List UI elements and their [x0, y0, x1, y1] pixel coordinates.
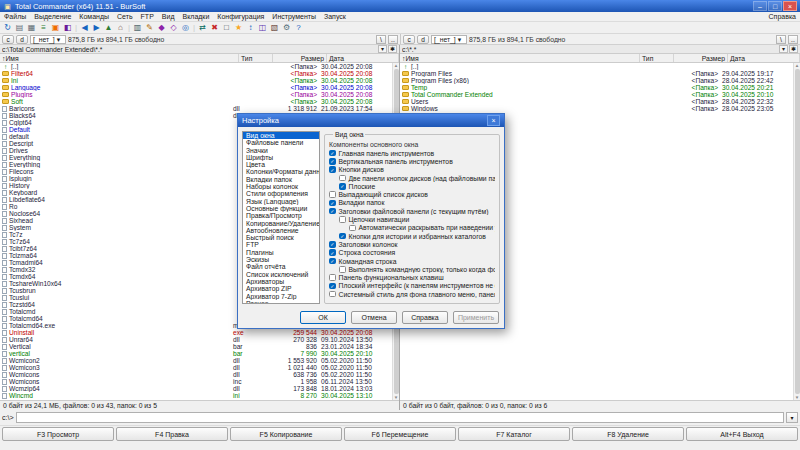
- checkbox[interactable]: [329, 291, 336, 298]
- drive-button-d[interactable]: d: [16, 35, 28, 44]
- file-row[interactable]: Wcmzip64dll173 84818.01.2024 13:03: [0, 385, 399, 392]
- root-dir-button[interactable]: \: [376, 35, 386, 44]
- file-row[interactable]: Windows<Папка>28.04.2025 23:05: [400, 105, 800, 112]
- root-dir-button[interactable]: \: [776, 35, 786, 44]
- menu-item[interactable]: Сеть: [113, 12, 137, 21]
- settings-category[interactable]: Быстрый поиск: [243, 234, 319, 241]
- menu-help[interactable]: Справка: [765, 12, 800, 21]
- quick-view-icon[interactable]: ◧: [62, 22, 73, 33]
- unpack-icon[interactable]: ◇: [168, 22, 179, 33]
- apply-button[interactable]: Применить: [453, 311, 499, 324]
- settings-category[interactable]: Язык (Language): [243, 198, 319, 205]
- column-header[interactable]: Тип: [640, 54, 674, 62]
- checkbox-row[interactable]: Выпадающий список дисков: [329, 190, 495, 198]
- maximize-button[interactable]: □: [768, 1, 782, 11]
- settings-category[interactable]: Правка/Просмотр: [243, 212, 319, 219]
- file-row[interactable]: Temp<Папка>30.04.2025 20:21: [400, 84, 800, 91]
- menu-item[interactable]: Команды: [75, 12, 113, 21]
- settings-category[interactable]: Список исключений: [243, 271, 319, 278]
- settings-category[interactable]: Вкладки папок: [243, 176, 319, 183]
- function-key-3[interactable]: F5 Копирование: [230, 427, 342, 441]
- settings-category[interactable]: Архиватор ZIP: [243, 285, 319, 292]
- scroll-up-icon[interactable]: ▲: [795, 63, 799, 68]
- command-input[interactable]: [16, 412, 784, 423]
- settings-category[interactable]: Эскизы: [243, 256, 319, 263]
- history-button[interactable]: ▾: [779, 45, 788, 53]
- sync-dirs-icon[interactable]: ↕: [245, 22, 256, 33]
- settings-category[interactable]: Цвета: [243, 161, 319, 168]
- function-key-7[interactable]: Alt+F4 Выход: [686, 427, 798, 441]
- checkbox-row[interactable]: ✓Заголовки колонок: [329, 240, 495, 248]
- settings-category[interactable]: Копирование/Удаление: [243, 220, 319, 227]
- checkbox[interactable]: [339, 175, 346, 182]
- function-key-4[interactable]: F6 Перемещение: [344, 427, 456, 441]
- file-row[interactable]: Wcmiconsinc1 95806.11.2024 13:50: [0, 378, 399, 385]
- function-key-1[interactable]: F3 Просмотр: [2, 427, 114, 441]
- checkbox[interactable]: ✓: [329, 150, 336, 157]
- checkbox[interactable]: ✓: [329, 166, 336, 173]
- settings-category[interactable]: Разное: [243, 300, 319, 304]
- up-dir-icon[interactable]: ▲: [103, 22, 114, 33]
- close-button[interactable]: ×: [783, 1, 797, 11]
- dialog-title-bar[interactable]: Настройка ×: [238, 114, 504, 127]
- scroll-thumb[interactable]: [795, 69, 800, 394]
- favorites-icon[interactable]: ★: [233, 22, 244, 33]
- settings-category[interactable]: Автообновление: [243, 227, 319, 234]
- file-row[interactable]: ↑[..]<Папка>30.04.2025 20:08: [0, 63, 399, 70]
- favorites-button[interactable]: ✱: [388, 45, 397, 53]
- checkbox[interactable]: ✓: [329, 241, 336, 248]
- checkbox-row[interactable]: Выполнять командную строку, только когда…: [329, 265, 495, 273]
- settings-category[interactable]: Архиваторы: [243, 278, 319, 285]
- file-row[interactable]: Wincmdini8 27030.04.2025 13:10: [0, 392, 399, 399]
- cancel-button[interactable]: Отмена: [351, 311, 397, 324]
- settings-category[interactable]: Стили оформления: [243, 190, 319, 197]
- settings-category[interactable]: Архиватор 7-Zip: [243, 293, 319, 300]
- refresh-icon[interactable]: ↻: [2, 22, 13, 33]
- terminal-icon[interactable]: □: [221, 22, 232, 33]
- scroll-up-icon[interactable]: ▲: [394, 63, 398, 68]
- file-row[interactable]: Soft<Папка>30.04.2025 20:08: [0, 98, 399, 105]
- ftp-disconnect-icon[interactable]: ✖: [209, 22, 220, 33]
- checkbox[interactable]: ✓: [329, 283, 336, 290]
- minimize-button[interactable]: –: [753, 1, 767, 11]
- checkbox-row[interactable]: ✓Кнопки для истории и избранных каталого…: [329, 232, 495, 240]
- checkbox[interactable]: [329, 191, 336, 198]
- checkbox-row[interactable]: ✓Кнопки дисков: [329, 166, 495, 174]
- file-row[interactable]: Program Files<Папка>29.04.2025 19:17: [400, 70, 800, 77]
- multi-rename-icon[interactable]: ▧: [269, 22, 280, 33]
- settings-category[interactable]: Наборы колонок: [243, 183, 319, 190]
- forward-icon[interactable]: ▶: [91, 22, 102, 33]
- drive-button-c[interactable]: c: [2, 35, 14, 44]
- checkbox[interactable]: [349, 225, 356, 232]
- compare-icon[interactable]: ◫: [257, 22, 268, 33]
- scrollbar-right[interactable]: ▲▼: [793, 63, 800, 400]
- checkbox[interactable]: ✓: [329, 200, 336, 207]
- column-header[interactable]: Тип: [239, 54, 273, 62]
- help-button[interactable]: Справка: [402, 311, 448, 324]
- full-view-icon[interactable]: ▦: [26, 22, 37, 33]
- checkbox[interactable]: ✓: [329, 158, 336, 165]
- file-row[interactable]: Bariconsdll1 318 91221.09.2023 17:54: [0, 105, 399, 112]
- checkbox-row[interactable]: ✓Плоские: [329, 182, 495, 190]
- drive-button-d[interactable]: d: [417, 35, 429, 44]
- drive-button-c[interactable]: c: [403, 35, 415, 44]
- checkbox[interactable]: ✓: [329, 258, 336, 265]
- checkbox[interactable]: ✓: [329, 249, 336, 256]
- settings-category[interactable]: Основные функции: [243, 205, 319, 212]
- settings-icon[interactable]: ⚙: [281, 22, 292, 33]
- settings-category[interactable]: Файловые панели: [243, 139, 319, 146]
- menu-item[interactable]: Запуск: [320, 12, 350, 21]
- checkbox-row[interactable]: Автоматически раскрывать при наведении у…: [329, 224, 495, 232]
- checkbox[interactable]: [339, 216, 346, 223]
- ftp-connect-icon[interactable]: ⇄: [197, 22, 208, 33]
- settings-category[interactable]: Плагины: [243, 249, 319, 256]
- file-row[interactable]: Unrar64dll270 32809.10.2024 13:50: [0, 336, 399, 343]
- brief-view-icon[interactable]: ▤: [14, 22, 25, 33]
- menu-item[interactable]: Файлы: [0, 12, 30, 21]
- checkbox-row[interactable]: Цепочки навигации: [329, 215, 495, 223]
- file-row[interactable]: Wcmicon2dll1 553 92005.02.2020 11:50: [0, 357, 399, 364]
- function-key-5[interactable]: F7 Каталог: [458, 427, 570, 441]
- checkbox-row[interactable]: Системный стиль для фона главного меню, …: [329, 290, 495, 298]
- favorites-button[interactable]: ✱: [789, 45, 798, 53]
- file-row[interactable]: Wcmicon3dll1 021 44005.02.2020 11:50: [0, 364, 399, 371]
